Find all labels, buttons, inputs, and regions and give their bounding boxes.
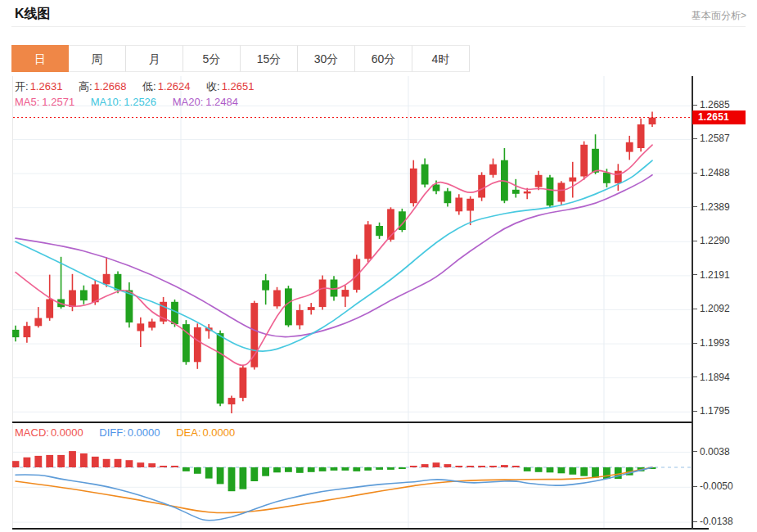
- price-tick-5: 1.2191: [693, 269, 730, 281]
- period-tabs: 日周月5分15分30分60分4时: [11, 45, 470, 72]
- macd-row: MACD:0.0000 DIFF:0.0000 DEA:0.0000: [15, 426, 235, 439]
- price-tick-6: 1.2092: [693, 303, 730, 314]
- price-tick-0: 1.2685: [693, 99, 730, 110]
- macd-chart[interactable]: [12, 424, 693, 530]
- ma10-value: 1.2526: [124, 96, 156, 108]
- close-value: 1.2651: [222, 80, 255, 92]
- close-label: 收:: [206, 80, 220, 92]
- page-title: K线图: [15, 6, 51, 23]
- period-tab-0[interactable]: 日: [11, 45, 69, 72]
- panel-divider: [12, 422, 693, 423]
- low-label: 低:: [142, 80, 156, 92]
- bottom-border: [12, 528, 709, 530]
- header-divider: [11, 26, 746, 27]
- dea-value: 0.0000: [203, 426, 236, 439]
- period-tab-6[interactable]: 60分: [355, 45, 412, 72]
- period-tab-5[interactable]: 30分: [298, 45, 355, 72]
- last-price-badge: 1.2651: [692, 110, 746, 124]
- macd-tick-0: 0.0038: [693, 446, 730, 458]
- high-value: 1.2668: [94, 80, 127, 92]
- ma20-label: MA20:: [173, 96, 204, 108]
- open-value: 1.2631: [30, 80, 63, 92]
- price-tick-8: 1.1894: [693, 372, 730, 383]
- low-value: 1.2624: [158, 80, 191, 92]
- price-tick-2: 1.2488: [693, 167, 730, 178]
- period-tab-7[interactable]: 4时: [412, 45, 470, 72]
- price-tick-9: 1.1795: [693, 405, 730, 417]
- macd-tick-1: -0.0050: [693, 480, 733, 492]
- high-label: 高:: [79, 80, 92, 92]
- period-tab-2[interactable]: 月: [126, 45, 183, 72]
- period-tab-1[interactable]: 周: [69, 45, 126, 72]
- price-tick-7: 1.1993: [693, 337, 730, 349]
- macd-value: 0.0000: [51, 426, 83, 439]
- open-label: 开:: [15, 80, 29, 92]
- ma10-label: MA10:: [91, 96, 122, 108]
- price-tick-4: 1.2290: [693, 235, 730, 246]
- dea-label: DEA:: [176, 426, 201, 439]
- price-tick-1: 1.2587: [693, 133, 730, 144]
- diff-value: 0.0000: [128, 426, 160, 439]
- price-tick-3: 1.2389: [693, 201, 730, 213]
- macd-tick-2: -0.0138: [693, 516, 733, 527]
- period-tab-4[interactable]: 15分: [241, 45, 298, 72]
- kline-widget: K线图 基本面分析> 日周月5分15分30分60分4时 开:1.2631 高:1…: [0, 0, 757, 532]
- ma5-value: 1.2571: [42, 96, 74, 108]
- ma20-value: 1.2484: [205, 96, 238, 108]
- macd-label: MACD:: [15, 426, 49, 439]
- diff-label: DIFF:: [99, 426, 126, 439]
- period-tab-3[interactable]: 5分: [183, 45, 241, 72]
- ma-row: MA5:1.2571 MA10:1.2526 MA20:1.2484: [15, 96, 238, 108]
- candlestick-chart[interactable]: [12, 76, 693, 422]
- price-axis: 1.26851.25871.24881.23891.22901.21911.20…: [693, 0, 757, 532]
- ma5-label: MA5:: [15, 96, 39, 108]
- ohlc-row: 开:1.2631 高:1.2668 低:1.2624 收:1.2651: [15, 79, 254, 94]
